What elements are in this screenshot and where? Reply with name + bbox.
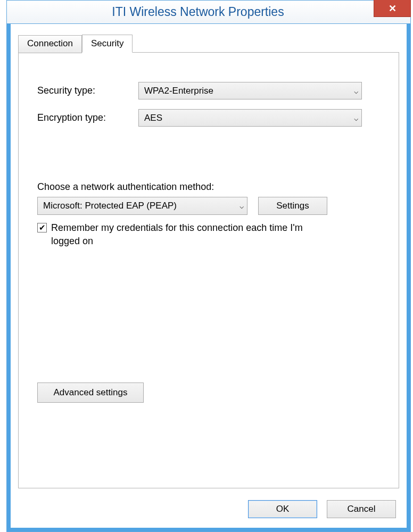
tab-connection[interactable]: Connection (18, 35, 82, 53)
advanced-settings-button[interactable]: Advanced settings (37, 383, 144, 403)
remember-credentials-checkbox[interactable]: ✔ (37, 223, 47, 232)
remember-credentials-row: ✔ Remember my credentials for this conne… (37, 221, 380, 248)
cancel-button[interactable]: Cancel (327, 500, 396, 518)
settings-button[interactable]: Settings (258, 197, 327, 215)
chevron-down-icon: ⌵ (239, 202, 244, 210)
titlebar: ITI Wireless Network Properties ✕ (7, 1, 410, 24)
tabs: Connection Security (18, 35, 399, 53)
encryption-type-row: Encryption type: AES ⌵ (37, 109, 380, 127)
encryption-type-value: AES (144, 113, 162, 123)
encryption-type-dropdown[interactable]: AES ⌵ (138, 109, 362, 127)
remember-credentials-label: Remember my credentials for this connect… (51, 221, 317, 248)
security-type-row: Security type: WPA2-Enterprise ⌵ (37, 82, 380, 99)
security-type-label: Security type: (37, 85, 138, 96)
checkmark-icon: ✔ (39, 223, 46, 232)
window-title: ITI Wireless Network Properties (7, 5, 410, 19)
tab-area: Connection Security Security type: WPA2-… (18, 35, 399, 489)
close-icon: ✕ (389, 3, 397, 14)
dialog-buttons: OK Cancel (248, 500, 396, 518)
tab-security[interactable]: Security (82, 35, 133, 53)
window-body: Connection Security Security type: WPA2-… (7, 24, 410, 531)
security-type-dropdown[interactable]: WPA2-Enterprise ⌵ (138, 82, 362, 99)
chevron-down-icon: ⌵ (354, 114, 358, 122)
encryption-type-label: Encryption type: (37, 112, 138, 123)
auth-method-value: Microsoft: Protected EAP (PEAP) (43, 201, 177, 211)
auth-method-label: Choose a network authentication method: (37, 181, 380, 193)
security-type-value: WPA2-Enterprise (144, 86, 213, 96)
auth-method-row: Microsoft: Protected EAP (PEAP) ⌵ Settin… (37, 197, 380, 215)
tab-panel-security: Security type: WPA2-Enterprise ⌵ Encrypt… (18, 52, 399, 488)
close-button[interactable]: ✕ (374, 0, 411, 17)
properties-dialog: ITI Wireless Network Properties ✕ Connec… (6, 0, 411, 532)
ok-button[interactable]: OK (248, 500, 317, 518)
chevron-down-icon: ⌵ (354, 87, 358, 95)
auth-method-dropdown[interactable]: Microsoft: Protected EAP (PEAP) ⌵ (37, 197, 247, 215)
